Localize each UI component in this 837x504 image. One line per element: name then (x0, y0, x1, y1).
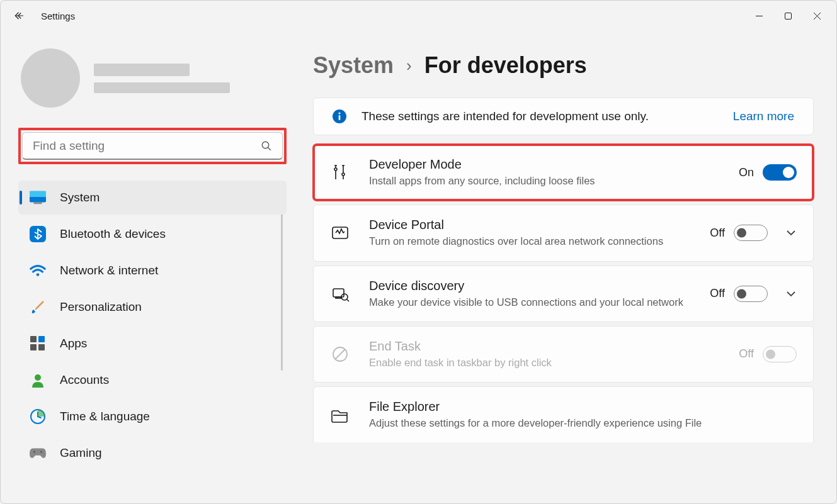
chevron-down-icon[interactable] (785, 227, 797, 238)
block-icon (330, 344, 350, 364)
sidebar: System Bluetooth & devices Network & int… (1, 31, 294, 503)
setting-title: Developer Mode (369, 157, 720, 172)
breadcrumb-parent[interactable]: System (313, 52, 394, 79)
svg-rect-8 (30, 191, 46, 197)
apps-icon (30, 335, 46, 352)
sidebar-item-label: Accounts (60, 373, 109, 387)
sidebar-item-personalization[interactable]: Personalization (18, 290, 287, 324)
toggle-label: Off (739, 347, 754, 361)
svg-rect-26 (333, 289, 344, 297)
folder-icon (330, 405, 350, 425)
svg-line-29 (347, 300, 349, 301)
close-button[interactable] (802, 6, 831, 26)
setting-title: Device discovery (369, 279, 691, 293)
setting-device-discovery[interactable]: Device discovery Make your device visibl… (313, 266, 814, 322)
discovery-icon (330, 284, 350, 304)
sidebar-item-gaming[interactable]: Gaming (18, 436, 287, 470)
sidebar-item-bluetooth[interactable]: Bluetooth & devices (18, 217, 287, 251)
svg-rect-15 (38, 344, 45, 350)
setting-title: End Task (369, 339, 720, 354)
setting-title: Device Portal (369, 218, 691, 232)
setting-description: Turn on remote diagnostics over local ar… (369, 234, 691, 248)
svg-point-23 (339, 113, 341, 115)
svg-line-31 (335, 349, 345, 359)
svg-point-21 (40, 451, 42, 453)
svg-rect-12 (30, 336, 37, 342)
sidebar-item-apps[interactable]: Apps (18, 327, 287, 361)
svg-line-6 (268, 147, 271, 150)
clock-icon (30, 408, 46, 425)
portal-icon (330, 223, 350, 243)
toggle-label: Off (710, 287, 725, 300)
search-box[interactable] (22, 132, 283, 160)
developer-mode-toggle[interactable] (763, 164, 797, 181)
setting-file-explorer[interactable]: File Explorer Adjust these settings for … (313, 386, 814, 442)
svg-point-5 (262, 142, 269, 148)
sidebar-item-system[interactable]: System (18, 181, 287, 215)
sidebar-item-label: Network & internet (60, 264, 158, 277)
titlebar: Settings (1, 1, 836, 31)
app-title: Settings (41, 11, 75, 21)
setting-description: Enable end task in taskbar by right clic… (369, 356, 720, 369)
search-icon (261, 140, 272, 152)
minimize-button[interactable] (744, 6, 773, 26)
sidebar-item-label: Bluetooth & devices (60, 227, 166, 241)
svg-point-20 (33, 451, 35, 453)
breadcrumb: System › For developers (313, 52, 814, 79)
wifi-icon (30, 262, 46, 279)
svg-rect-24 (339, 115, 341, 120)
sidebar-item-label: Time & language (60, 410, 150, 423)
sidebar-item-time[interactable]: Time & language (18, 400, 287, 434)
info-banner: These settings are intended for developm… (313, 98, 814, 135)
brush-icon (30, 299, 46, 315)
learn-more-link[interactable]: Learn more (733, 109, 794, 123)
setting-end-task: End Task Enable end task in taskbar by r… (313, 326, 814, 383)
svg-point-16 (35, 374, 41, 381)
svg-rect-13 (38, 336, 45, 342)
info-icon (333, 109, 346, 123)
page-title: For developers (424, 52, 587, 79)
setting-description: Install apps from any source, including … (369, 174, 720, 188)
device-portal-toggle[interactable] (734, 225, 768, 241)
svg-point-11 (37, 273, 40, 276)
sidebar-item-label: System (60, 191, 100, 204)
svg-rect-2 (785, 13, 791, 19)
svg-rect-9 (34, 202, 42, 204)
bluetooth-icon (30, 226, 46, 242)
setting-device-portal[interactable]: Device Portal Turn on remote diagnostics… (313, 204, 814, 261)
nav-list: System Bluetooth & devices Network & int… (18, 181, 287, 470)
sidebar-item-label: Personalization (60, 300, 142, 314)
sidebar-item-accounts[interactable]: Accounts (18, 363, 287, 397)
sidebar-item-label: Gaming (60, 446, 102, 460)
back-button[interactable] (13, 9, 26, 22)
device-discovery-toggle[interactable] (734, 286, 768, 302)
info-text: These settings are intended for developm… (362, 109, 718, 123)
svg-rect-14 (30, 344, 37, 350)
toggle-label: Off (710, 227, 725, 240)
system-icon (30, 189, 46, 206)
chevron-right-icon: › (406, 56, 412, 76)
search-input[interactable] (33, 139, 254, 153)
sidebar-item-network[interactable]: Network & internet (18, 254, 287, 288)
gamepad-icon (30, 445, 46, 461)
tools-icon (330, 162, 350, 182)
sidebar-item-label: Apps (60, 337, 87, 350)
maximize-button[interactable] (773, 6, 802, 26)
user-profile[interactable] (21, 48, 287, 108)
content-area: System › For developers These settings a… (294, 31, 836, 503)
person-icon (30, 372, 46, 388)
setting-title: File Explorer (369, 400, 797, 414)
setting-developer-mode: Developer Mode Install apps from any sou… (313, 144, 814, 201)
setting-description: Make your device visible to USB connecti… (369, 295, 691, 309)
end-task-toggle (763, 346, 797, 362)
search-highlight (18, 128, 287, 164)
avatar (21, 48, 80, 108)
setting-description: Adjust these settings for a more develop… (369, 416, 797, 430)
toggle-label: On (739, 166, 754, 179)
profile-info (94, 64, 230, 93)
svg-rect-27 (336, 297, 341, 298)
chevron-down-icon[interactable] (785, 288, 797, 300)
